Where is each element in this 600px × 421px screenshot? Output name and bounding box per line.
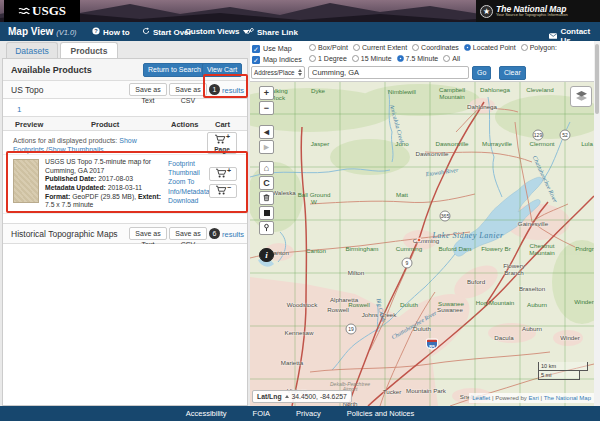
question-icon: ? bbox=[92, 27, 100, 37]
panel-title: Available Products bbox=[11, 65, 92, 75]
product-thumbnail[interactable] bbox=[13, 159, 39, 203]
add-to-cart-button[interactable]: + bbox=[209, 167, 237, 181]
pin-icon bbox=[262, 223, 271, 234]
app-title: Map View (V1.0) bbox=[8, 26, 77, 37]
latlng-value: 34.4500, -84.6257 bbox=[292, 393, 347, 400]
radio-button[interactable] bbox=[309, 44, 316, 51]
usgs-logo-text: USGS bbox=[32, 3, 66, 19]
remove-from-cart-button[interactable]: − bbox=[209, 184, 237, 198]
latlng-caret-icon bbox=[285, 395, 289, 398]
return-to-search-button[interactable]: Return to Search bbox=[143, 63, 206, 77]
col-actions: Actions bbox=[171, 120, 199, 129]
historical-topo-section[interactable]: Historical Topographic Maps Save as Text… bbox=[3, 223, 247, 244]
tnm-attribution-link[interactable]: The National Map bbox=[544, 395, 591, 401]
product-action-thumbnail[interactable]: Thumbnail bbox=[168, 168, 210, 177]
us-topo-save-csv-button[interactable]: Save as CSV bbox=[169, 83, 207, 96]
footer: AccessibilityFOIAPrivacyPolicies and Not… bbox=[0, 406, 600, 421]
tab-datasets[interactable]: Datasets bbox=[6, 42, 58, 59]
radio-button[interactable] bbox=[309, 55, 316, 62]
layers-control-button[interactable] bbox=[570, 86, 592, 107]
radio-button[interactable] bbox=[464, 44, 471, 51]
go-button[interactable]: Go bbox=[472, 66, 491, 80]
latlng-control[interactable]: Lat/Lng 34.4500, -84.6257 bbox=[252, 390, 352, 403]
redraw-button[interactable]: C bbox=[259, 176, 274, 190]
located-point-marker bbox=[417, 238, 422, 243]
radio-button[interactable] bbox=[397, 55, 404, 62]
delete-graphics-button[interactable] bbox=[259, 191, 274, 205]
radio-extent-polygon-[interactable]: Polygon: bbox=[521, 44, 557, 51]
footer-link-policies-and-notices[interactable]: Policies and Notices bbox=[347, 409, 415, 418]
map-canvas[interactable]: Talking RockDykeNimblewillCampbell Mount… bbox=[250, 82, 594, 406]
product-action-info-metadata[interactable]: Info/Metadata bbox=[168, 187, 210, 196]
star-icon: ★ bbox=[480, 5, 493, 18]
use-map-checkbox[interactable] bbox=[252, 45, 260, 53]
col-preview: Preview bbox=[15, 120, 43, 129]
next-extent-button[interactable]: ► bbox=[259, 140, 274, 154]
zoom-in-button[interactable]: + bbox=[259, 86, 274, 100]
refresh-icon bbox=[142, 27, 150, 37]
usgs-logo[interactable]: USGS bbox=[4, 0, 80, 22]
us-topo-results-link[interactable]: results bbox=[222, 86, 244, 95]
product-action-zoom-to[interactable]: Zoom To bbox=[168, 177, 210, 186]
product-action-footprint[interactable]: Footprint bbox=[168, 159, 210, 168]
radio-extent-box-point[interactable]: Box/Point bbox=[309, 44, 348, 51]
previous-extent-button[interactable]: ◄ bbox=[259, 125, 274, 139]
draw-point-button[interactable] bbox=[259, 221, 274, 235]
radio-button[interactable] bbox=[353, 44, 360, 51]
us-topo-section[interactable]: US Topo Save as Text Save as CSV 1 resul… bbox=[3, 81, 247, 99]
map-indices-checkbox[interactable] bbox=[252, 56, 260, 64]
radio-extent-located-point[interactable]: Located Point bbox=[464, 44, 516, 51]
historical-save-csv-button[interactable]: Save as CSV bbox=[169, 227, 207, 240]
add-page-to-cart-button[interactable]: + Page bbox=[207, 132, 237, 154]
historical-label: Historical Topographic Maps bbox=[11, 229, 118, 239]
envelope-icon bbox=[549, 33, 557, 39]
search-controls: Use Map Box/PointCurrent ExtentCoordinat… bbox=[250, 41, 594, 82]
nav-custom-views[interactable]: Custom Views bbox=[185, 27, 249, 36]
footer-link-accessibility[interactable]: Accessibility bbox=[186, 409, 227, 418]
national-map-logo[interactable]: ★ The National Map Your Source for Topog… bbox=[476, 0, 600, 22]
cart-plus-icon: + bbox=[214, 139, 231, 146]
nav-how-to[interactable]: ?How to bbox=[92, 27, 130, 37]
footer-link-privacy[interactable]: Privacy bbox=[296, 409, 321, 418]
tab-products[interactable]: Products bbox=[60, 42, 118, 59]
view-cart-button[interactable]: View Cart bbox=[202, 63, 242, 77]
identify-button[interactable]: i bbox=[259, 248, 274, 262]
zoom-out-button[interactable]: − bbox=[259, 101, 274, 115]
historical-save-text-button[interactable]: Save as Text bbox=[129, 227, 167, 240]
esri-link[interactable]: Esri bbox=[529, 395, 539, 401]
leaflet-link[interactable]: Leaflet bbox=[472, 395, 490, 401]
nav-share-link[interactable]: Share Link bbox=[246, 27, 298, 37]
map-scale: 10 km 5 mi bbox=[538, 362, 588, 380]
radio-extent-coordinates[interactable]: Coordinates bbox=[412, 44, 459, 51]
home-button[interactable]: ⌂ bbox=[259, 161, 274, 175]
pagination-page-1[interactable]: 1 bbox=[17, 105, 21, 114]
usgs-banner: USGS ★ The National Map Your Source for … bbox=[0, 0, 600, 22]
map-attribution: Leaflet | Powered by Esri | The National… bbox=[469, 393, 594, 403]
scrollbar-thumb[interactable] bbox=[595, 44, 599, 114]
radio-button[interactable] bbox=[521, 44, 528, 51]
address-place-input[interactable] bbox=[308, 66, 469, 79]
historical-results-link[interactable]: results bbox=[222, 230, 244, 239]
available-products-panel: Available Products Return to Search View… bbox=[2, 58, 248, 406]
clear-button[interactable]: Clear bbox=[499, 66, 526, 80]
radio-indices-7.5-minute[interactable]: 7.5 Minute bbox=[397, 55, 439, 62]
radio-button[interactable] bbox=[352, 55, 359, 62]
col-product: Product bbox=[91, 120, 119, 129]
radio-indices-15-minute[interactable]: 15 Minute bbox=[352, 55, 392, 62]
radio-button[interactable] bbox=[412, 44, 419, 51]
map-view-app: USGS ★ The National Map Your Source for … bbox=[0, 0, 600, 421]
us-topo-results-count: 1 bbox=[209, 84, 220, 95]
us-topo-save-text-button[interactable]: Save as Text bbox=[129, 83, 167, 96]
search-type-select[interactable]: Address/Place bbox=[251, 66, 305, 79]
product-format-extent: Format: GeoPDF (29.85 MB), Extent: 7.5 x… bbox=[45, 193, 163, 210]
radio-indices-all[interactable]: All bbox=[443, 55, 460, 62]
show-thumbnails-link[interactable]: Show Thumbnails bbox=[48, 146, 104, 153]
product-action-download[interactable]: Download bbox=[168, 196, 210, 205]
radio-extent-current-extent[interactable]: Current Extent bbox=[353, 44, 407, 51]
radio-indices-1-degree[interactable]: 1 Degree bbox=[309, 55, 347, 62]
route-shield-9: 9 bbox=[402, 258, 413, 269]
panel-header: Available Products Return to Search View… bbox=[3, 59, 247, 81]
radio-button[interactable] bbox=[443, 55, 450, 62]
footer-link-foia[interactable]: FOIA bbox=[253, 409, 271, 418]
draw-box-button[interactable] bbox=[259, 206, 274, 220]
